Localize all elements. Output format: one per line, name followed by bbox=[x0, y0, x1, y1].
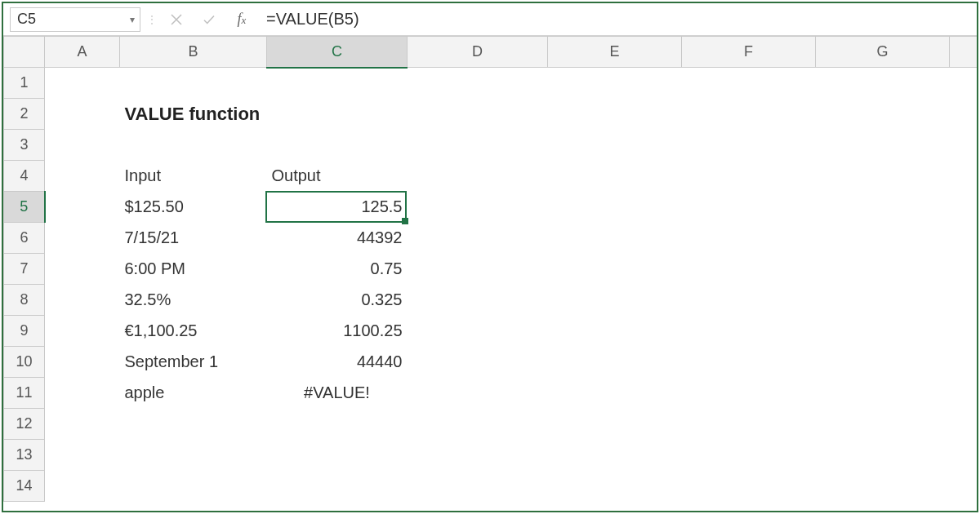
cell-C9[interactable]: 1100.25 bbox=[267, 316, 408, 347]
cell-C10[interactable]: 44440 bbox=[267, 347, 408, 378]
cell-C5[interactable]: 125.5 bbox=[267, 192, 408, 223]
header-output: Output bbox=[267, 161, 408, 192]
row-header-6[interactable]: 6 bbox=[4, 223, 45, 254]
col-header-D[interactable]: D bbox=[408, 37, 548, 68]
x-icon bbox=[169, 12, 184, 27]
col-header-B[interactable]: B bbox=[120, 37, 267, 68]
column-header-row: A B C D E F G H bbox=[4, 37, 978, 68]
table-row: 8 32.5% 0.325 bbox=[4, 285, 978, 316]
formula-value: =VALUE(B5) bbox=[266, 10, 359, 29]
table-row: 6 7/15/21 44392 bbox=[4, 223, 978, 254]
cancel-formula-button[interactable] bbox=[160, 3, 193, 36]
cell-C8[interactable]: 0.325 bbox=[267, 285, 408, 316]
row-header-4[interactable]: 4 bbox=[4, 161, 45, 192]
row-header-3[interactable]: 3 bbox=[4, 130, 45, 161]
cell-B6[interactable]: 7/15/21 bbox=[120, 223, 267, 254]
cell-B10[interactable]: September 1 bbox=[120, 347, 267, 378]
select-all-corner[interactable] bbox=[4, 37, 45, 68]
name-box-value: C5 bbox=[17, 11, 36, 28]
row-header-13[interactable]: 13 bbox=[4, 440, 45, 471]
table-row: 7 6:00 PM 0.75 bbox=[4, 254, 978, 285]
row-header-7[interactable]: 7 bbox=[4, 254, 45, 285]
cell-B5[interactable]: $125.50 bbox=[120, 192, 267, 223]
row-header-5[interactable]: 5 bbox=[4, 192, 45, 223]
separator-dots-icon: ⋮ bbox=[144, 13, 160, 26]
cell-C11[interactable]: #VALUE! bbox=[267, 378, 408, 409]
name-box[interactable]: C5 ▾ bbox=[10, 7, 140, 32]
row-header-2[interactable]: 2 bbox=[4, 99, 45, 130]
insert-function-button[interactable]: fx bbox=[225, 3, 258, 36]
name-box-dropdown-icon[interactable]: ▾ bbox=[130, 14, 135, 25]
cell-C4[interactable]: Output bbox=[267, 161, 408, 192]
col-header-F[interactable]: F bbox=[682, 37, 816, 68]
formula-bar: C5 ▾ ⋮ fx =VALUE(B5) bbox=[3, 3, 977, 36]
formula-input[interactable]: =VALUE(B5) bbox=[258, 7, 977, 32]
table-header-row: 4 Input Output bbox=[4, 161, 978, 192]
table-row: 11 apple #VALUE! bbox=[4, 378, 978, 409]
enter-formula-button[interactable] bbox=[193, 3, 225, 36]
cell-C6[interactable]: 44392 bbox=[267, 223, 408, 254]
col-header-G[interactable]: G bbox=[816, 37, 950, 68]
row-header-9[interactable]: 9 bbox=[4, 316, 45, 347]
page-title: VALUE function bbox=[120, 99, 408, 130]
cell-B7[interactable]: 6:00 PM bbox=[120, 254, 267, 285]
col-header-C[interactable]: C bbox=[267, 37, 408, 68]
col-header-A[interactable]: A bbox=[45, 37, 120, 68]
table-row: 5 $125.50 125.5 bbox=[4, 192, 978, 223]
row-header-11[interactable]: 11 bbox=[4, 378, 45, 409]
header-input: Input bbox=[120, 161, 267, 192]
row-header-12[interactable]: 12 bbox=[4, 409, 45, 440]
col-header-H[interactable]: H bbox=[950, 37, 978, 68]
fx-icon: fx bbox=[238, 11, 247, 28]
table-row: 10 September 1 44440 bbox=[4, 347, 978, 378]
cell-B9[interactable]: €1,100.25 bbox=[120, 316, 267, 347]
check-icon bbox=[202, 12, 216, 27]
row-header-8[interactable]: 8 bbox=[4, 285, 45, 316]
cell-B2[interactable]: VALUE function bbox=[120, 99, 408, 130]
table-row: 9 €1,100.25 1100.25 bbox=[4, 316, 978, 347]
cell-B8[interactable]: 32.5% bbox=[120, 285, 267, 316]
worksheet-grid[interactable]: A B C D E F G H 1 2 VALUE function 3 4 I… bbox=[3, 36, 977, 511]
cell-B4[interactable]: Input bbox=[120, 161, 267, 192]
cell-B11[interactable]: apple bbox=[120, 378, 267, 409]
cell-C7[interactable]: 0.75 bbox=[267, 254, 408, 285]
col-header-E[interactable]: E bbox=[548, 37, 682, 68]
row-header-10[interactable]: 10 bbox=[4, 347, 45, 378]
row-header-1[interactable]: 1 bbox=[4, 68, 45, 99]
row-header-14[interactable]: 14 bbox=[4, 471, 45, 502]
